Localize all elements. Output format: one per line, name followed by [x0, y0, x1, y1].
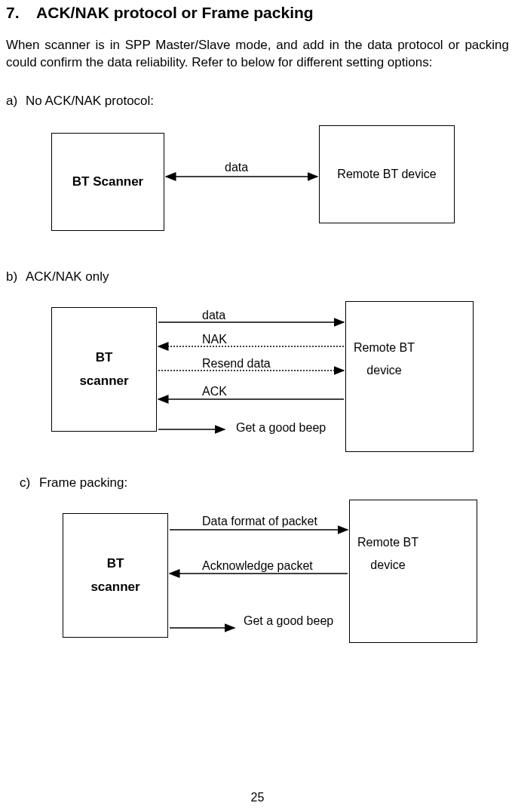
section-b-title: ACK/NAK only [26, 269, 109, 286]
diagram-a: BT Scanner Remote BT device data [51, 118, 509, 246]
b-ack: ACK [202, 383, 227, 400]
b-nak: NAK [202, 331, 227, 348]
c-dataformat: Data format of packet [202, 513, 317, 530]
section-b-letter: b) [6, 269, 26, 286]
heading-number: 7. [6, 4, 20, 21]
arrows-a [51, 118, 504, 246]
data-label-a: data [225, 159, 248, 176]
c-beep: Get a good beep [244, 613, 333, 629]
intro-paragraph: When scanner is in SPP Master/Slave mode… [6, 37, 509, 72]
section-a-letter: a) [6, 93, 26, 110]
diagram-b: BT scanner Remote BT device data NAK Res… [51, 294, 509, 452]
heading-title: ACK/NAK protocol or Frame packing [36, 4, 314, 21]
page-number: 25 [0, 789, 515, 806]
section-c-title: Frame packing: [39, 475, 127, 492]
section-a-label: a) No ACK/NAK protocol: [6, 93, 509, 110]
section-heading: 7. ACK/NAK protocol or Frame packing [6, 2, 509, 23]
diagram-c: BT scanner Remote BT device Data format … [63, 500, 509, 651]
section-c-label: c) Frame packing: [20, 475, 509, 492]
section-b-label: b) ACK/NAK only [6, 269, 509, 286]
b-data: data [202, 307, 225, 324]
section-c-letter: c) [20, 475, 39, 492]
c-ackpacket: Acknowledge packet [202, 558, 313, 574]
b-resend: Resend data [202, 355, 271, 372]
b-beep: Get a good beep [236, 420, 326, 436]
section-a-title: No ACK/NAK protocol: [26, 93, 154, 110]
